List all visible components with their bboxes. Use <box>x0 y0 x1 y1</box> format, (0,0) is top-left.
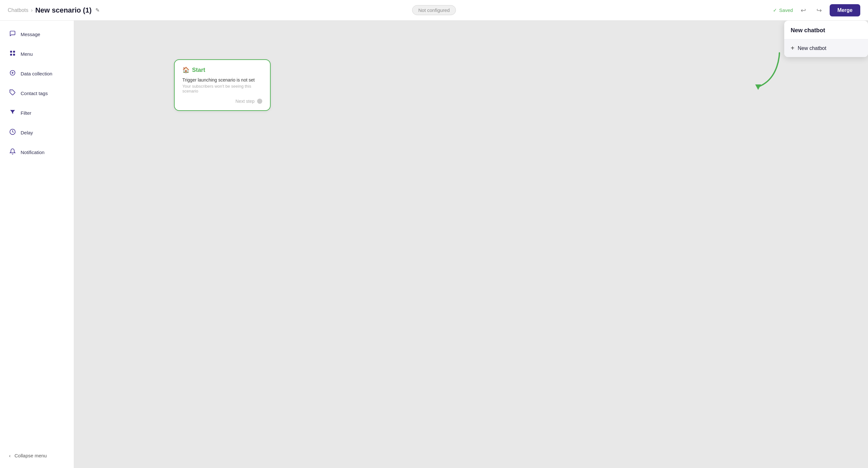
dropdown-header: New chatbot <box>784 21 868 39</box>
edit-title-icon[interactable]: ✎ <box>95 7 99 13</box>
merge-button[interactable]: Merge <box>830 4 860 17</box>
breadcrumb-separator: › <box>31 7 33 13</box>
header-right: ✓ Saved ↩ ↪ Merge <box>576 4 860 17</box>
new-chatbot-label: New chatbot <box>798 46 827 51</box>
redo-button[interactable]: ↪ <box>814 5 825 16</box>
sidebar-item-label: Delay <box>21 130 33 135</box>
trigger-subtext: Your subscribers won't be seeing this sc… <box>182 84 262 93</box>
delay-icon <box>9 128 16 137</box>
sidebar-item-message[interactable]: Message <box>4 26 70 43</box>
svg-rect-1 <box>13 51 15 53</box>
next-step-connector[interactable] <box>257 99 262 104</box>
not-configured-badge: Not configured <box>412 5 456 15</box>
sidebar-item-label: Data collection <box>21 71 52 77</box>
data-collection-icon <box>9 69 16 78</box>
sidebar-item-label: Notification <box>21 150 44 155</box>
start-label: Start <box>192 67 205 74</box>
undo-button[interactable]: ↩ <box>798 5 809 16</box>
next-step-row: Next step <box>182 99 262 104</box>
saved-label: Saved <box>779 7 793 13</box>
sidebar-item-label: Message <box>21 32 40 37</box>
arrow-indicator <box>752 50 781 93</box>
svg-marker-9 <box>755 84 761 90</box>
sidebar-item-filter[interactable]: Filter <box>4 105 70 121</box>
sidebar-item-contact-tags[interactable]: Contact tags <box>4 85 70 102</box>
sidebar-item-notification[interactable]: Notification <box>4 144 70 161</box>
menu-icon <box>9 50 16 58</box>
notification-icon <box>9 148 16 156</box>
collapse-menu-button[interactable]: ‹ Collapse menu <box>4 448 70 463</box>
collapse-icon: ‹ <box>9 453 11 458</box>
sidebar: Message Menu Data collection Contact tag… <box>0 21 74 468</box>
breadcrumb-parent[interactable]: Chatbots <box>8 7 28 13</box>
start-node-title: 🏠 Start <box>182 66 262 74</box>
filter-icon <box>9 109 16 117</box>
house-icon: 🏠 <box>182 66 189 74</box>
check-icon: ✓ <box>773 7 777 13</box>
header: Chatbots › New scenario (1) ✎ Not config… <box>0 0 868 21</box>
canvas[interactable]: 🏠 Start Trigger launching scenario is no… <box>74 21 868 468</box>
collapse-label: Collapse menu <box>14 453 47 458</box>
sidebar-item-label: Contact tags <box>21 91 48 96</box>
main-layout: Message Menu Data collection Contact tag… <box>0 21 868 468</box>
dropdown-panel: New chatbot + New chatbot <box>784 21 868 57</box>
contact-tags-icon <box>9 89 16 97</box>
header-center: Not configured <box>292 5 576 15</box>
sidebar-item-delay[interactable]: Delay <box>4 124 70 141</box>
sidebar-item-data-collection[interactable]: Data collection <box>4 65 70 82</box>
plus-icon: + <box>791 45 795 52</box>
trigger-text: Trigger launching scenario is not set <box>182 77 262 83</box>
saved-status: ✓ Saved <box>773 7 793 13</box>
page-title: New scenario (1) <box>35 6 92 14</box>
next-step-label: Next step <box>236 99 254 104</box>
svg-rect-3 <box>13 54 15 56</box>
svg-rect-2 <box>10 54 12 56</box>
svg-rect-0 <box>10 51 12 53</box>
message-icon <box>9 30 16 38</box>
new-chatbot-item[interactable]: + New chatbot <box>784 39 868 57</box>
header-left: Chatbots › New scenario (1) ✎ <box>8 6 292 14</box>
sidebar-item-label: Filter <box>21 110 31 116</box>
sidebar-item-menu[interactable]: Menu <box>4 46 70 62</box>
sidebar-item-label: Menu <box>21 51 33 57</box>
start-node[interactable]: 🏠 Start Trigger launching scenario is no… <box>174 59 271 111</box>
